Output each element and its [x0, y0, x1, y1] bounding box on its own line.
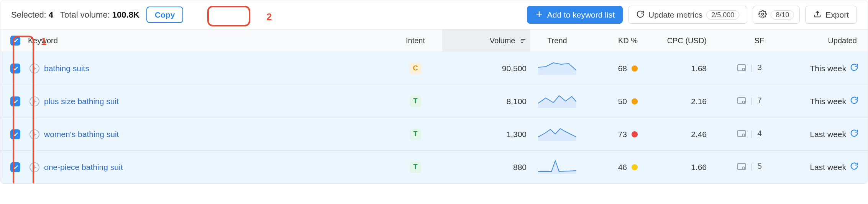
intent-badge: T	[410, 129, 421, 140]
expand-icon[interactable]	[30, 64, 39, 73]
copy-button[interactable]: Copy	[146, 7, 184, 23]
row-checkbox[interactable]	[10, 64, 20, 73]
col-volume[interactable]: Volume	[442, 29, 530, 52]
kd-dot-icon	[632, 98, 638, 104]
selected-label: Selected:	[11, 10, 46, 20]
trend-sparkline	[538, 126, 576, 141]
col-cpc[interactable]: CPC (USD)	[642, 29, 710, 52]
total-volume-value: 100.8K	[112, 10, 139, 20]
col-kd[interactable]: KD %	[584, 29, 642, 52]
export-label: Export	[825, 11, 849, 19]
row-checkbox[interactable]	[10, 162, 20, 172]
kd-value: 46	[618, 163, 627, 172]
refresh-row-icon[interactable]	[850, 162, 858, 172]
volume-cell: 1,300	[442, 118, 530, 151]
settings-button[interactable]: 8/10	[753, 6, 800, 24]
select-all-checkbox[interactable]	[10, 36, 20, 46]
sf-value: 7	[757, 96, 762, 105]
serp-features-icon[interactable]	[737, 162, 746, 171]
volume-summary: Total volume: 100.8K	[60, 10, 139, 20]
total-volume-label: Total volume:	[60, 10, 110, 20]
table-header-row: Keyword Intent Volume Trend KD % CPC (US…	[0, 29, 868, 52]
copy-label: Copy	[155, 11, 175, 19]
trend-sparkline	[538, 158, 576, 174]
keywords-table: Keyword Intent Volume Trend KD % CPC (US…	[0, 29, 868, 183]
keyword-link[interactable]: bathing suits	[44, 64, 89, 73]
plus-icon	[535, 10, 543, 20]
serp-features-icon[interactable]	[737, 64, 746, 72]
export-button[interactable]: Export	[805, 6, 857, 24]
col-intent[interactable]: Intent	[389, 29, 442, 52]
selected-summary: Selected: 4	[11, 10, 53, 20]
updated-label: Last week	[810, 130, 846, 139]
row-checkbox[interactable]	[10, 129, 20, 139]
intent-badge: T	[410, 96, 421, 107]
table-row: one-piece bathing suit T 880 46 1.66	[0, 151, 868, 184]
kd-dot-icon	[632, 131, 638, 137]
trend-sparkline	[538, 93, 576, 108]
refresh-row-icon[interactable]	[850, 129, 858, 139]
col-volume-label: Volume	[490, 36, 515, 45]
col-sf[interactable]: SF	[710, 29, 768, 52]
keyword-link[interactable]: one-piece bathing suit	[44, 163, 123, 172]
keyword-link[interactable]: women's bathing suit	[44, 130, 119, 139]
volume-cell: 880	[442, 151, 530, 184]
kd-value: 68	[618, 64, 627, 73]
table-row: women's bathing suit T 1,300 73 2.46	[0, 118, 868, 151]
serp-features-icon[interactable]	[737, 96, 746, 105]
toolbar: Selected: 4 Total volume: 100.8K Copy Ad…	[0, 0, 868, 29]
refresh-row-icon[interactable]	[850, 96, 858, 106]
refresh-row-icon[interactable]	[850, 63, 858, 73]
gear-icon	[758, 10, 767, 20]
update-label: Update metrics	[648, 11, 702, 19]
col-updated[interactable]: Updated	[768, 29, 868, 52]
table-row: plus size bathing suit T 8,100 50 2.16	[0, 85, 868, 118]
col-keyword[interactable]: Keyword	[24, 29, 389, 52]
volume-cell: 90,500	[442, 52, 530, 85]
add-to-keyword-list-button[interactable]: Add to keyword list	[527, 6, 623, 24]
export-icon	[813, 10, 822, 20]
updated-label: This week	[810, 64, 846, 73]
add-label: Add to keyword list	[547, 11, 615, 19]
sf-value: 3	[757, 63, 762, 72]
expand-icon[interactable]	[30, 96, 39, 106]
volume-cell: 8,100	[442, 85, 530, 118]
expand-icon[interactable]	[30, 162, 39, 172]
col-trend[interactable]: Trend	[530, 29, 584, 52]
expand-icon[interactable]	[30, 129, 39, 139]
intent-badge: T	[410, 162, 421, 173]
table-row: bathing suits C 90,500 68 1.68 |	[0, 52, 868, 85]
sort-desc-icon	[520, 38, 527, 44]
refresh-icon	[636, 10, 645, 20]
kd-value: 50	[618, 97, 627, 106]
update-metrics-button[interactable]: Update metrics 2/5,000	[628, 6, 747, 24]
serp-features-icon[interactable]	[737, 129, 746, 138]
intent-badge: C	[410, 63, 421, 74]
update-counter: 2/5,000	[706, 10, 739, 20]
cpc-value: 2.46	[642, 118, 710, 151]
keyword-overview-panel: 1 2 Selected: 4 Total volume: 100.8K Cop…	[0, 0, 868, 184]
cpc-value: 2.16	[642, 85, 710, 118]
kd-value: 73	[618, 130, 627, 139]
trend-sparkline	[538, 60, 576, 75]
keyword-link[interactable]: plus size bathing suit	[44, 97, 119, 106]
kd-dot-icon	[632, 164, 638, 170]
row-checkbox[interactable]	[10, 96, 20, 106]
summary-group: Selected: 4 Total volume: 100.8K Copy	[11, 7, 183, 23]
cpc-value: 1.68	[642, 52, 710, 85]
col-check	[0, 29, 24, 52]
settings-counter: 8/10	[771, 10, 794, 20]
kd-dot-icon	[632, 65, 638, 72]
updated-label: Last week	[810, 163, 846, 172]
cpc-value: 1.66	[642, 151, 710, 184]
svg-point-2	[762, 13, 764, 15]
updated-label: This week	[810, 97, 846, 106]
sf-value: 5	[757, 162, 762, 171]
sf-value: 4	[757, 129, 762, 138]
selected-count: 4	[49, 10, 53, 20]
